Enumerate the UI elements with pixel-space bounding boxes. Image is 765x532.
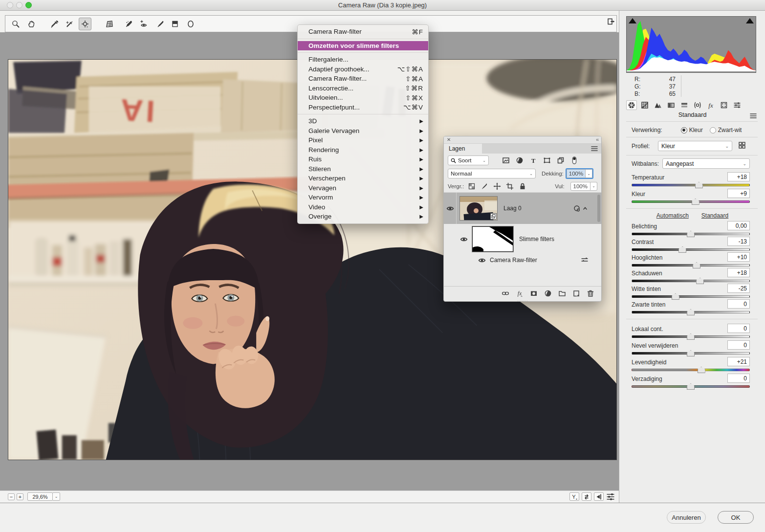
adjustment-circle-icon[interactable] xyxy=(544,289,552,297)
slider-track[interactable] xyxy=(632,184,750,186)
radio-kleur-control[interactable] xyxy=(681,127,687,133)
visibility-eye-icon[interactable] xyxy=(457,237,471,242)
link-icon[interactable] xyxy=(502,289,509,297)
slider-track[interactable] xyxy=(632,280,750,282)
slider-thumb[interactable] xyxy=(695,182,703,188)
tab-split-toning[interactable] xyxy=(679,100,690,110)
menu-item[interactable]: Overige▶ xyxy=(298,212,428,222)
layer-row-camera-raw-filter[interactable]: Camera Raw-filter xyxy=(444,254,601,266)
menu-item[interactable]: Filtergalerie... xyxy=(298,55,428,65)
profile-browser-icon[interactable] xyxy=(738,141,746,149)
menu-item[interactable]: Verscherpen▶ xyxy=(298,174,428,183)
slider-thumb[interactable] xyxy=(678,246,686,253)
zoom-out-button[interactable]: − xyxy=(8,493,15,500)
menu-item[interactable]: Vervagen▶ xyxy=(298,183,428,193)
new-layer-icon[interactable] xyxy=(572,289,580,297)
layer-name[interactable]: Camera Raw-filter xyxy=(490,257,537,264)
adjustment-brush-tool[interactable] xyxy=(154,18,167,30)
menu-item[interactable]: Rendering▶ xyxy=(298,145,428,155)
slider-thumb[interactable] xyxy=(687,309,695,315)
layer-row-laag0[interactable]: Laag 0 xyxy=(444,193,601,224)
slider-track[interactable] xyxy=(632,248,750,251)
menu-item[interactable]: Video▶ xyxy=(298,202,428,212)
brush-small-icon[interactable] xyxy=(481,182,488,190)
zoom-level-value[interactable]: 29,6% xyxy=(27,492,53,501)
blend-mode-dropdown[interactable]: Normaal⌄ xyxy=(448,169,536,178)
slider-track[interactable] xyxy=(632,233,750,235)
slider-thumb[interactable] xyxy=(692,199,699,205)
red-eye-tool[interactable] xyxy=(137,18,150,30)
witbalans-dropdown[interactable]: Aangepast⌄ xyxy=(662,158,750,169)
opacity-value[interactable]: 100% xyxy=(567,169,586,178)
checkerboard-icon[interactable] xyxy=(468,182,476,190)
move-icon[interactable] xyxy=(493,182,501,190)
slider-value-field[interactable]: +18 xyxy=(727,172,750,181)
artboard-icon[interactable] xyxy=(506,182,514,190)
menu-item[interactable]: Perspectiefpunt...⌥⌘V xyxy=(298,103,428,112)
filter-mask-thumbnail[interactable] xyxy=(472,226,513,252)
layer-row-slimme-filters[interactable]: Slimme filters xyxy=(444,224,601,254)
radio-zwart-wit[interactable]: Zwart-wit xyxy=(710,127,742,133)
menu-item[interactable]: Galerie Vervagen▶ xyxy=(298,126,428,136)
cancel-button[interactable]: Annuleren xyxy=(667,511,706,524)
slider-value-field[interactable]: 0,00 xyxy=(727,221,750,230)
menu-item[interactable]: Vervorm▶ xyxy=(298,193,428,202)
slider-track[interactable] xyxy=(632,264,750,266)
reset-arrow-icon[interactable] xyxy=(594,492,604,501)
menu-item[interactable]: Lenscorrectie...⇧⌘R xyxy=(298,84,428,93)
slider-track[interactable] xyxy=(632,335,750,338)
type-icon[interactable]: T xyxy=(529,156,537,164)
tab-presets[interactable] xyxy=(732,100,743,110)
filter-toggle-icon[interactable] xyxy=(570,156,578,164)
panel-toggle-icon[interactable] xyxy=(607,18,614,27)
lock-icon[interactable] xyxy=(519,182,526,190)
slider-value-field[interactable]: -13 xyxy=(727,237,750,246)
resize-grip[interactable]: |||||||| xyxy=(444,300,601,302)
tab-hsl-grayscale[interactable] xyxy=(666,100,677,110)
collapse-icon[interactable]: ‹‹ xyxy=(596,137,598,142)
menu-item[interactable]: Pixel▶ xyxy=(298,135,428,145)
slider-thumb[interactable] xyxy=(687,350,695,356)
tab-camera-calibration[interactable] xyxy=(719,100,729,110)
tab-tone-curve[interactable] xyxy=(639,100,650,110)
color-sampler-tool[interactable] xyxy=(63,18,76,30)
chevron-up-icon[interactable] xyxy=(583,206,588,211)
tab-aperture[interactable] xyxy=(626,100,637,110)
slider-thumb[interactable] xyxy=(672,293,679,300)
menu-item[interactable]: Camera Raw-filter...⇧⌘A xyxy=(298,74,428,84)
zoom-level-dropdown[interactable]: ⌄ xyxy=(52,492,60,501)
slider-thumb[interactable] xyxy=(696,278,704,284)
targeted-adjustment-tool[interactable] xyxy=(79,18,91,30)
slider-value-field[interactable]: 0 xyxy=(727,340,750,350)
transform-tool[interactable] xyxy=(103,18,116,30)
swap-settings-icon[interactable] xyxy=(582,492,591,501)
slider-track[interactable] xyxy=(632,200,750,203)
menu-item[interactable]: Omzetten voor slimme filters xyxy=(298,41,428,51)
menu-item[interactable]: Camera Raw-filter⌘F xyxy=(298,27,428,37)
panel-menu-icon[interactable] xyxy=(590,145,598,152)
trash-icon[interactable] xyxy=(587,289,594,297)
slider-value-field[interactable]: -25 xyxy=(727,284,750,293)
slider-thumb[interactable] xyxy=(687,383,695,390)
adjustment-circle-icon[interactable] xyxy=(516,156,524,164)
slider-track[interactable] xyxy=(632,385,750,388)
spot-removal-tool[interactable] xyxy=(123,18,135,30)
slider-value-field[interactable]: +9 xyxy=(727,189,750,198)
layer-name[interactable]: Laag 0 xyxy=(503,205,522,212)
slider-track[interactable] xyxy=(632,311,750,313)
profiel-dropdown[interactable]: Kleur⌄ xyxy=(658,141,732,151)
slider-track[interactable] xyxy=(632,352,750,355)
fx-icon[interactable]: fx xyxy=(516,289,524,297)
zoom-in-button[interactable]: + xyxy=(17,493,23,500)
visibility-eye-icon[interactable] xyxy=(444,193,457,224)
ok-button[interactable]: OK xyxy=(718,511,754,524)
menu-item[interactable]: Adaptief groothoek...⌥⇧⌘A xyxy=(298,65,428,74)
slider-thumb[interactable] xyxy=(687,333,695,340)
tab-effects-fx[interactable]: fx xyxy=(705,100,716,110)
shadow-clipping-icon[interactable] xyxy=(629,18,636,23)
slider-value-field[interactable]: 0 xyxy=(727,324,750,333)
standaard-link[interactable]: Standaard xyxy=(701,212,728,219)
slider-value-field[interactable]: +10 xyxy=(727,252,750,262)
smart-filter-badge-icon[interactable] xyxy=(573,205,581,212)
slider-value-field[interactable]: +21 xyxy=(727,357,750,366)
